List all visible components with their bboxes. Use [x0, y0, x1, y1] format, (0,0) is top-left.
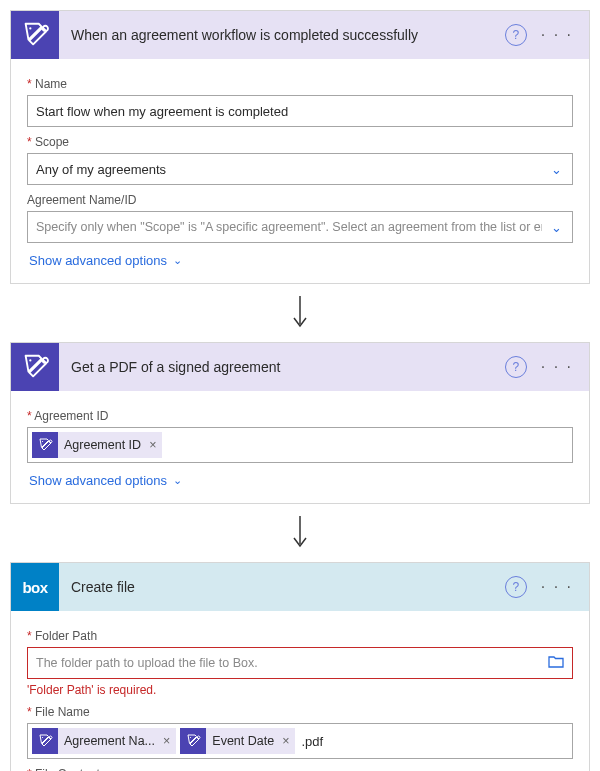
menu-button[interactable]: · · · — [537, 26, 577, 44]
file-name-label: File Name — [27, 705, 573, 719]
chevron-down-icon[interactable]: ⌄ — [542, 162, 570, 177]
get-pdf-card: Get a PDF of a signed agreement ? · · · … — [10, 342, 590, 504]
adobe-sign-icon — [11, 343, 59, 391]
card-title: Create file — [59, 579, 505, 595]
card-header[interactable]: Get a PDF of a signed agreement ? · · · — [11, 343, 589, 391]
connector-arrow — [10, 284, 590, 342]
folder-path-error: 'Folder Path' is required. — [27, 683, 573, 697]
file-content-label: File Content — [27, 767, 573, 771]
remove-token-icon[interactable]: × — [149, 438, 156, 452]
help-icon[interactable]: ? — [505, 356, 527, 378]
remove-token-icon[interactable]: × — [163, 734, 170, 748]
box-icon: box — [11, 563, 59, 611]
folder-path-input[interactable]: The folder path to upload the file to Bo… — [27, 647, 573, 679]
name-label: Name — [27, 77, 573, 91]
card-header[interactable]: When an agreement workflow is completed … — [11, 11, 589, 59]
scope-label: Scope — [27, 135, 573, 149]
agreement-select[interactable]: Specify only when "Scope" is "A specific… — [27, 211, 573, 243]
chevron-down-icon: ⌄ — [173, 474, 182, 487]
create-file-card: box Create file ? · · · Folder Path The … — [10, 562, 590, 771]
show-advanced-link[interactable]: Show advanced options⌄ — [29, 473, 182, 488]
card-title: When an agreement workflow is completed … — [59, 27, 505, 43]
token-event-date[interactable]: Event Date × — [180, 728, 295, 754]
scope-select[interactable]: Any of my agreements ⌄ — [27, 153, 573, 185]
filename-suffix: .pdf — [301, 734, 323, 749]
adobe-sign-icon — [180, 728, 206, 754]
card-header[interactable]: box Create file ? · · · — [11, 563, 589, 611]
agreement-id-label: Agreement ID — [27, 409, 573, 423]
chevron-down-icon: ⌄ — [173, 254, 182, 267]
folder-picker-icon[interactable] — [542, 655, 570, 671]
token-agreement-id[interactable]: Agreement ID × — [32, 432, 162, 458]
file-name-input[interactable]: Agreement Na... × Event Date × .pdf — [27, 723, 573, 759]
help-icon[interactable]: ? — [505, 576, 527, 598]
adobe-sign-icon — [11, 11, 59, 59]
show-advanced-link[interactable]: Show advanced options⌄ — [29, 253, 182, 268]
menu-button[interactable]: · · · — [537, 578, 577, 596]
name-input[interactable]: Start flow when my agreement is complete… — [27, 95, 573, 127]
remove-token-icon[interactable]: × — [282, 734, 289, 748]
help-icon[interactable]: ? — [505, 24, 527, 46]
agreement-label: Agreement Name/ID — [27, 193, 573, 207]
menu-button[interactable]: · · · — [537, 358, 577, 376]
adobe-sign-icon — [32, 432, 58, 458]
folder-path-label: Folder Path — [27, 629, 573, 643]
connector-arrow — [10, 504, 590, 562]
token-agreement-name[interactable]: Agreement Na... × — [32, 728, 176, 754]
adobe-sign-icon — [32, 728, 58, 754]
agreement-id-input[interactable]: Agreement ID × — [27, 427, 573, 463]
trigger-card: When an agreement workflow is completed … — [10, 10, 590, 284]
chevron-down-icon[interactable]: ⌄ — [542, 220, 570, 235]
card-title: Get a PDF of a signed agreement — [59, 359, 505, 375]
